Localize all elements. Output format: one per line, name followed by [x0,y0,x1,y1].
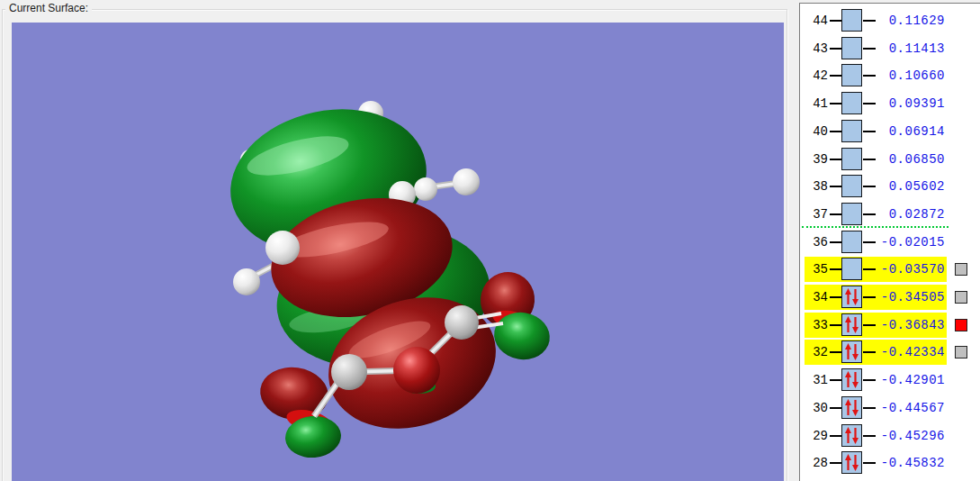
orbital-number: 37 [806,202,828,227]
carbon-atom [331,354,367,390]
level-line-left [830,241,842,243]
orbital-number: 38 [806,174,828,199]
orbital-occupancy-box [841,258,862,280]
surface-indicator-gray[interactable] [955,346,967,358]
level-line-left [830,186,842,187]
orbital-occupancy-box [841,231,862,253]
orbital-occupancy-box [841,396,862,419]
orbital-number: 43 [806,36,828,61]
orbital-energy: -0.02015 [869,230,945,255]
level-line-left [830,159,842,160]
level-line-left [830,75,842,77]
orbital-row[interactable]: 38 0.05602 [805,174,947,199]
orbital-energy: -0.42901 [869,368,945,393]
orbital-energy: 0.06914 [869,119,945,144]
surface-indicator-red[interactable] [955,319,967,331]
orbital-row[interactable]: 32 -0.42334 [805,340,947,365]
orbital-number: 33 [806,313,828,338]
orbital-energy: 0.02872 [869,202,945,227]
orbital-energy: -0.45832 [869,450,945,476]
orbital-energy: -0.44567 [869,395,945,421]
orbital-occupancy-box [841,203,862,225]
orbital-energy: 0.10660 [869,63,945,88]
current-surface-label: Current Surface: [5,2,92,14]
orbital-occupancy-box [841,92,862,114]
orbital-number: 32 [806,340,828,365]
orbital-row[interactable]: 34 -0.34505 [805,285,947,310]
orbital-row[interactable]: 44 0.11629 [805,8,947,33]
orbital-row[interactable]: 35 -0.03570 [805,257,947,282]
orbital-number: 44 [806,8,828,33]
level-line-left [830,213,842,215]
orbital-occupancy-box [841,451,862,474]
orbital-number: 34 [806,285,828,310]
orbital-number: 35 [806,257,828,282]
orbital-row[interactable]: 42 0.10660 [805,63,947,88]
orbital-row[interactable]: 36 -0.02015 [805,230,947,255]
orbital-energy: 0.11629 [869,8,945,33]
orbital-energy: 0.09391 [869,91,945,116]
paired-electrons-icon [842,452,861,473]
oxygen-atom [393,347,440,394]
molecule-3d-viewport[interactable] [12,23,784,481]
orbital-occupancy-box [841,9,862,32]
carbon-atom [445,305,479,340]
orbital-occupancy-box [841,64,862,86]
orbital-occupancy-box [841,286,862,308]
level-line-left [830,48,842,50]
orbital-occupancy-box [841,37,862,59]
paired-electrons-icon [842,314,861,335]
orbital-energy: 0.11413 [869,36,945,61]
orbital-row[interactable]: 33 -0.36843 [805,313,947,338]
level-line-left [830,407,842,409]
hydrogen-atom [233,268,260,295]
orbital-energy: -0.34505 [869,285,945,310]
orbital-occupancy-box [841,120,862,142]
paired-electrons-icon [842,397,861,418]
orbital-list-panel[interactable]: 44 0.11629 43 0.11413 42 0.10660 41 0.09… [799,3,980,481]
orbital-row[interactable]: 43 0.11413 [805,36,947,61]
orbital-number: 36 [806,230,828,255]
orbital-number: 29 [806,423,828,449]
orbital-number: 30 [806,395,828,421]
level-line-left [830,296,842,298]
orbital-number: 41 [806,91,828,116]
level-line-left [830,379,842,381]
orbital-occupancy-box [841,340,862,363]
molecular-orbital-surface [12,23,784,481]
paired-electrons-icon [842,425,861,446]
orbital-number: 31 [806,368,828,393]
orbital-energy: -0.03570 [869,257,945,282]
orbital-row[interactable]: 31 -0.42901 [805,368,947,393]
orbital-row[interactable]: 28 -0.45832 [805,450,947,476]
orbital-row[interactable]: 41 0.09391 [805,91,947,116]
orbital-energy: -0.45296 [869,423,945,449]
orbital-energy: -0.36843 [869,313,945,338]
hydrogen-atom [265,231,300,265]
orbital-row[interactable]: 29 -0.45296 [805,423,947,449]
orbital-number: 28 [806,450,828,476]
surface-indicator-gray[interactable] [955,263,967,276]
orbital-energy: -0.42334 [869,340,945,365]
orbital-occupancy-box [841,313,862,336]
orbital-energy: 0.06850 [869,147,945,172]
orbital-row[interactable]: 40 0.06914 [805,119,947,144]
level-line-left [830,324,842,326]
level-line-left [830,20,842,22]
level-line-left [830,131,842,132]
level-line-left [830,462,842,464]
orbital-number: 40 [806,119,828,144]
paired-electrons-icon [842,286,861,307]
level-line-left [830,268,842,270]
orbital-row[interactable]: 39 0.06850 [805,147,947,172]
orbital-occupancy-box [841,175,862,197]
surface-indicator-gray[interactable] [955,291,967,304]
orbital-row[interactable]: 30 -0.44567 [805,395,947,421]
orbital-energy: 0.05602 [869,174,945,199]
orbital-occupancy-box [841,424,862,447]
paired-electrons-icon [842,369,861,390]
orbital-number: 42 [806,63,828,88]
orbital-row[interactable]: 37 0.02872 [805,202,947,227]
hydrogen-atom [453,168,480,195]
level-line-left [830,103,842,104]
